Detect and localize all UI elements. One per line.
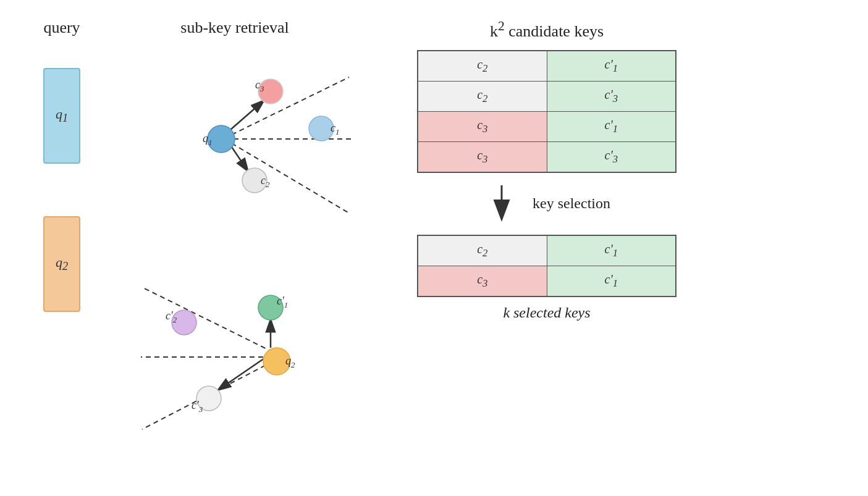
q2-label: q2 bbox=[56, 254, 68, 273]
selected-c1p-2: c'1 bbox=[547, 266, 676, 296]
query-column: query q1 q2 bbox=[25, 19, 99, 312]
candidate-table: c2 c'1 c2 c'3 c3 c'1 c3 c'3 bbox=[417, 50, 676, 173]
cell-c1p-2: c'1 bbox=[547, 111, 676, 141]
table-row: c2 c'1 bbox=[418, 51, 676, 82]
selected-table: c2 c'1 c3 c'1 bbox=[417, 235, 676, 297]
retrieval-label: sub-key retrieval bbox=[111, 19, 358, 37]
keys-column: k2 candidate keys c2 c'1 c2 c'3 c3 c'1 c… bbox=[358, 19, 717, 321]
cell-c3p-1: c'3 bbox=[547, 81, 676, 111]
cell-c2-2: c2 bbox=[418, 81, 547, 111]
table-row: c3 c'1 bbox=[418, 266, 676, 296]
q1-label: q1 bbox=[56, 106, 68, 125]
diagram1-svg: c3 q1 c2 c1 bbox=[111, 43, 352, 229]
c3-text: c3 bbox=[255, 78, 264, 93]
cell-c3-1: c3 bbox=[418, 111, 547, 141]
diagram2-svg: q2 c'1 c'3 c'2 bbox=[111, 247, 352, 439]
cell-c3-2: c3 bbox=[418, 141, 547, 172]
diagram1: c3 q1 c2 c1 bbox=[111, 43, 346, 235]
retrieval-column: sub-key retrieval c3 bbox=[99, 19, 358, 439]
selected-c3: c3 bbox=[418, 266, 547, 296]
svg-line-6 bbox=[142, 287, 273, 352]
table-row: c2 c'3 bbox=[418, 81, 676, 111]
table-row: c3 c'1 bbox=[418, 111, 676, 141]
svg-line-4 bbox=[230, 100, 264, 130]
cell-c1p-1: c'1 bbox=[547, 51, 676, 82]
c1-node bbox=[309, 116, 334, 141]
cell-c2-1: c2 bbox=[418, 51, 547, 82]
key-selection-label: key selection bbox=[533, 195, 610, 212]
query-box-q2: q2 bbox=[43, 216, 80, 312]
down-arrow-svg bbox=[483, 182, 520, 225]
table-row: c2 c'1 bbox=[418, 235, 676, 266]
selected-keys-label: k selected keys bbox=[503, 305, 590, 321]
diagram2: q2 c'1 c'3 c'2 bbox=[111, 247, 346, 439]
svg-line-5 bbox=[230, 145, 248, 172]
query-box-q1: q1 bbox=[43, 68, 80, 164]
arrow-section: key selection bbox=[417, 182, 676, 225]
query-label: query bbox=[43, 19, 80, 37]
cell-c3p-2: c'3 bbox=[547, 141, 676, 172]
selected-c2: c2 bbox=[418, 235, 547, 266]
candidate-keys-title: k2 candidate keys bbox=[490, 19, 604, 41]
main-container: query q1 q2 sub-key retrieval bbox=[0, 0, 868, 496]
selected-c1p-1: c'1 bbox=[547, 235, 676, 266]
table-row: c3 c'3 bbox=[418, 141, 676, 172]
svg-line-11 bbox=[217, 358, 264, 390]
